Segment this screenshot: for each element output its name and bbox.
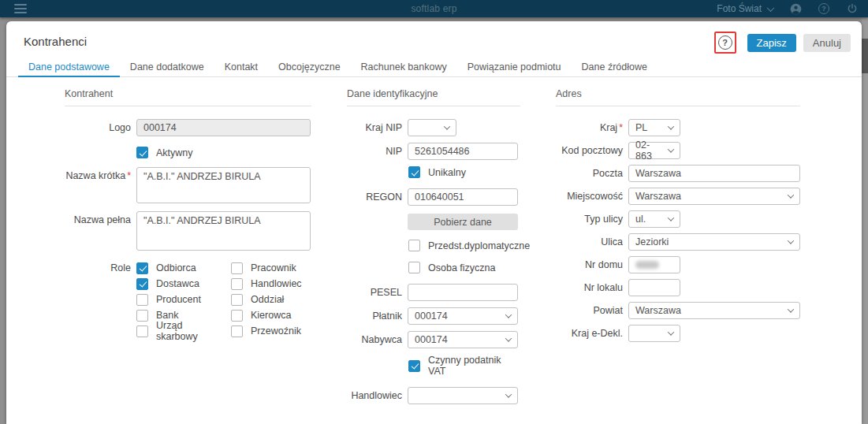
scrollbar-thumb[interactable] <box>862 39 868 73</box>
logout-power-icon[interactable] <box>846 2 859 15</box>
field-row-kraj-nip: Kraj NIP <box>347 119 520 136</box>
logo-input[interactable]: 000174 <box>136 119 311 136</box>
nazwa-pelna-textarea[interactable]: "A.B.I." ANDRZEJ BIRULA <box>136 211 311 251</box>
role-column-2: PracownikHandlowiecOddziałKierowcaPrzewo… <box>231 262 310 340</box>
pobierz-dane-button[interactable]: Pobierz dane <box>408 214 518 230</box>
nr-lokalu-input[interactable] <box>628 279 680 296</box>
aktywny-label: Aktywny <box>156 147 193 158</box>
role-option-label: Handlowiec <box>251 278 302 289</box>
field-row-nip: NIP 5261054486 <box>347 143 520 160</box>
nr-domu-input[interactable] <box>628 256 680 273</box>
ulica-select[interactable]: Jeziorki <box>628 233 800 251</box>
field-row-kraj-edekl: Kraj e-Dekl. <box>556 325 800 342</box>
chevron-down-icon <box>505 311 512 318</box>
pesel-label: PESEL <box>347 287 402 298</box>
help-icon[interactable]: ? <box>818 2 830 15</box>
nr-domu-label: Nr domu <box>556 259 623 270</box>
kod-pocztowy-select[interactable]: 02-863 <box>628 142 680 159</box>
kraj-select[interactable]: PL <box>628 119 680 136</box>
typ-ulicy-select[interactable]: ul. <box>628 210 680 228</box>
tab-7[interactable]: Dane źródłowe <box>572 58 658 77</box>
chevron-down-icon <box>788 237 794 244</box>
przedst-dyplomatyczne-checkbox[interactable] <box>408 240 420 251</box>
role-column-1: OdbiorcaDostawcaProducentBankUrząd skarb… <box>136 262 215 340</box>
nr-lokalu-label: Nr lokalu <box>556 282 623 293</box>
role-checkbox[interactable] <box>231 294 243 306</box>
role-option-row: Dostawca <box>136 277 215 290</box>
tab-6[interactable]: Powiązanie podmiotu <box>457 58 572 77</box>
role-checkbox[interactable] <box>136 325 148 337</box>
section-dane-identyfikacyjne: Dane identyfikacyjne Kraj NIP NIP 526105… <box>347 88 520 411</box>
powiat-select[interactable]: Warszawa <box>628 302 800 319</box>
ulica-label: Ulica <box>556 236 623 247</box>
regon-input[interactable]: 010640051 <box>408 188 518 206</box>
field-row-pobierz-dane: Pobierz dane <box>347 214 520 230</box>
unikalny-label: Unikalny <box>428 167 466 178</box>
section-title: Kontrahent <box>65 88 311 106</box>
nip-input[interactable]: 5261054486 <box>408 143 518 160</box>
role-checkbox[interactable] <box>231 310 243 322</box>
tab-5[interactable]: Rachunek bankowy <box>351 58 457 77</box>
role-option-label: Bank <box>156 310 179 321</box>
role-checkbox[interactable] <box>231 278 243 290</box>
role-checkbox[interactable] <box>136 278 148 290</box>
poczta-input[interactable]: Warszawa <box>628 165 800 182</box>
required-asterisk: * <box>127 170 131 181</box>
nabywca-select[interactable]: 000174 <box>408 331 518 348</box>
role-option-row: Producent <box>136 293 215 306</box>
handlowiec-label: Handlowiec <box>347 390 402 401</box>
miejscowosc-label: Miejscowość <box>556 191 623 202</box>
role-checkbox[interactable] <box>231 262 243 274</box>
regon-label: REGON <box>347 192 402 203</box>
section-title: Adres <box>556 88 800 106</box>
tab-3[interactable]: Kontakt <box>214 58 268 77</box>
save-button[interactable]: Zapisz <box>747 34 796 52</box>
kraj-edekl-select[interactable] <box>628 325 680 342</box>
topbar: softlab erp Foto Świat ? <box>0 0 868 17</box>
field-row-platnik: Płatnik 000174 <box>347 307 520 325</box>
nazwa-krotka-label: Nazwa krótka* <box>65 167 131 181</box>
czynny-podatnik-vat-label: Czynny podatnik VAT <box>428 355 520 377</box>
user-account-icon[interactable] <box>789 2 802 15</box>
kraj-nip-select[interactable] <box>408 119 456 136</box>
section-kontrahent: Kontrahent Logo 000174 Aktywny Nazwa kró… <box>65 88 311 340</box>
chevron-down-icon <box>505 391 512 397</box>
role-option-row: Przewoźnik <box>231 325 310 337</box>
platnik-select[interactable]: 000174 <box>408 307 518 325</box>
role-option-label: Oddział <box>251 294 284 305</box>
chevron-down-icon <box>668 214 674 221</box>
field-row-pesel: PESEL <box>347 284 520 301</box>
help-button[interactable]: ? <box>718 35 732 50</box>
osoba-fizyczna-checkbox[interactable] <box>408 262 420 273</box>
field-row-ulica: Ulica Jeziorki <box>556 233 800 251</box>
tab-bar: Dane podstawoweDane dodatkoweKontaktObco… <box>6 58 862 77</box>
pesel-input[interactable] <box>408 284 518 301</box>
powiat-label: Powiat <box>556 305 623 316</box>
czynny-podatnik-vat-checkbox[interactable] <box>408 360 420 372</box>
role-checkbox[interactable] <box>136 294 148 306</box>
user-menu[interactable]: Foto Świat <box>717 3 773 14</box>
chevron-down-icon <box>767 4 775 12</box>
poczta-label: Poczta <box>556 168 623 179</box>
scrollbar-track[interactable] <box>862 17 868 424</box>
tab-1[interactable]: Dane podstawowe <box>18 58 120 77</box>
osoba-fizyczna-label: Osoba fizyczna <box>428 262 495 273</box>
aktywny-checkbox[interactable] <box>136 147 148 158</box>
nazwa-krotka-textarea[interactable]: "A.B.I." ANDRZEJ BIRULA <box>136 167 311 203</box>
page-title: Kontrahenci <box>24 35 87 48</box>
field-row-miejscowosc: Miejscowość Warszawa <box>556 188 800 205</box>
cancel-button[interactable]: Anuluj <box>803 34 851 52</box>
tab-2[interactable]: Dane dodatkowe <box>120 58 214 77</box>
tab-4[interactable]: Obcojęzyczne <box>268 58 351 77</box>
role-option-row: Urząd skarbowy <box>136 325 215 337</box>
field-row-logo: Logo 000174 <box>65 119 311 136</box>
role-checkbox[interactable] <box>136 262 148 274</box>
unikalny-checkbox[interactable] <box>408 166 420 178</box>
logo-label: Logo <box>65 122 131 133</box>
role-option-label: Przewoźnik <box>251 325 301 337</box>
miejscowosc-select[interactable]: Warszawa <box>628 188 800 205</box>
role-checkbox[interactable] <box>136 310 148 322</box>
handlowiec-select[interactable] <box>408 387 518 404</box>
field-row-unikalny: Unikalny <box>347 166 520 178</box>
role-checkbox[interactable] <box>231 325 243 337</box>
